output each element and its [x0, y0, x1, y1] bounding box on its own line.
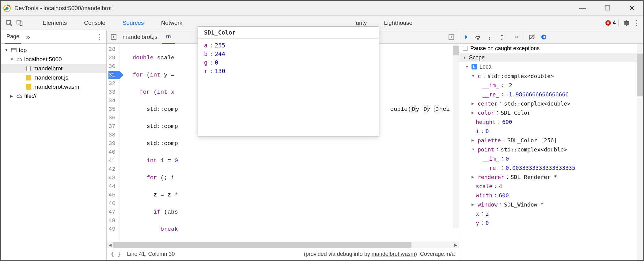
tab-network[interactable]: Network — [153, 16, 191, 30]
debug-info-link[interactable]: mandelbrot.wasm — [372, 251, 415, 257]
window-title: DevTools - localhost:5000/mandelbrot — [14, 5, 112, 12]
tree-file-label: mandelbrot.wasm — [33, 84, 79, 90]
var-color[interactable]: ▶color:SDL_Color — [459, 108, 643, 117]
tree-file-mandelbrot-js[interactable]: mandelbrot.js — [1, 73, 106, 82]
svg-point-11 — [501, 39, 502, 40]
var-c-re[interactable]: __re_:-1.9866666666666666 — [459, 90, 643, 99]
step-over-icon[interactable] — [475, 34, 482, 40]
var-palette[interactable]: ▶palette:SDL_Color [256] — [459, 136, 643, 145]
svg-point-9 — [477, 38, 479, 39]
inspect-element-icon[interactable] — [4, 18, 14, 28]
svg-point-14 — [541, 35, 546, 39]
tree-top[interactable]: ▼ top — [1, 46, 106, 55]
devtools-logo-icon — [3, 5, 11, 12]
scope-header-label: Scope — [469, 54, 485, 61]
var-center[interactable]: ▶center:std::complex<double> — [459, 99, 643, 108]
resume-icon[interactable] — [462, 34, 470, 40]
var-point-re[interactable]: __re_:0.0033333333333333335 — [459, 163, 643, 172]
svg-point-12 — [517, 36, 518, 38]
window-close-button[interactable]: ✕ — [629, 4, 635, 12]
tooltip-field: a:255 — [204, 41, 373, 50]
line-gutter[interactable]: 282930 31 32333435 36373839 40414243 444… — [107, 44, 119, 242]
tree-host[interactable]: ▼ localhost:5000 — [1, 55, 106, 64]
tree-top-label: top — [19, 47, 27, 54]
cursor-position: Line 41, Column 30 — [127, 251, 175, 257]
var-y[interactable]: y:0 — [459, 218, 643, 227]
error-count-badge[interactable]: ✕ 4 — [603, 19, 619, 27]
step-out-icon[interactable] — [499, 34, 506, 40]
debug-info-provided: (provided via debug info by mandelbrot.w… — [304, 251, 417, 257]
window-icon — [11, 48, 17, 52]
deactivate-breakpoints-icon[interactable] — [529, 34, 536, 40]
svg-rect-5 — [11, 48, 16, 52]
window-maximize-button[interactable]: ☐ — [604, 4, 611, 12]
file-icon — [25, 66, 32, 71]
var-c[interactable]: ▼c:std::complex<double> — [459, 71, 643, 80]
step-icon[interactable] — [511, 34, 519, 40]
svg-rect-7 — [111, 35, 116, 39]
editor-run-icon[interactable] — [449, 34, 456, 40]
wasm-file-icon — [25, 84, 32, 90]
scope-local[interactable]: ▼ L Local — [459, 62, 643, 71]
debugger-panel: Pause on caught exceptions ▼ Scope ▼ L L… — [459, 30, 643, 260]
expand-icon: ▼ — [10, 57, 14, 62]
var-renderer[interactable]: ▶renderer:SDL_Renderer * — [459, 172, 643, 181]
pause-caught-label: Pause on caught exceptions — [470, 45, 540, 52]
var-x[interactable]: x:2 — [459, 209, 643, 218]
cloud-icon — [16, 94, 22, 98]
checkbox-icon[interactable] — [463, 46, 468, 51]
editor-tab-active[interactable]: m — [162, 30, 175, 44]
collapse-icon: ▶ — [10, 94, 14, 98]
var-height[interactable]: height:600 — [459, 117, 643, 126]
tab-elements[interactable]: Elements — [34, 16, 75, 30]
device-toolbar-icon[interactable] — [14, 18, 25, 28]
error-icon: ✕ — [605, 20, 611, 26]
scope-local-label: Local — [479, 64, 493, 70]
var-scale[interactable]: scale:4 — [459, 181, 643, 191]
pause-caught-toggle[interactable]: Pause on caught exceptions — [459, 44, 643, 53]
step-into-icon[interactable] — [487, 34, 494, 40]
var-c-im[interactable]: __im_:-2 — [459, 80, 643, 90]
var-window[interactable]: ▶window:SDL_Window * — [459, 200, 643, 209]
format-code-icon[interactable]: { } — [111, 251, 121, 257]
tree-file-label: mandelbrot — [33, 65, 63, 72]
scope-header[interactable]: ▼ Scope — [459, 53, 643, 62]
settings-gear-icon[interactable] — [622, 19, 630, 27]
tree-file-scheme[interactable]: ▶ file:// — [1, 91, 106, 101]
debugger-scrollbar[interactable] — [637, 44, 643, 260]
editor-horizontal-scrollbar[interactable]: ◀ ▶ — [107, 242, 459, 248]
tooltip-field: r:130 — [204, 67, 373, 75]
file-tree: ▼ top ▼ localhost:5000 mandelbrot mandel… — [1, 44, 106, 103]
editor-statusbar: { } Line 41, Column 30 (provided via deb… — [107, 248, 459, 260]
var-point[interactable]: ▼point:std::complex<double> — [459, 145, 643, 154]
window-minimize-button[interactable]: — — [579, 4, 586, 12]
svg-rect-15 — [543, 36, 544, 38]
debug-toolbar — [459, 30, 643, 44]
tree-file-mandelbrot-wasm[interactable]: mandelbrot.wasm — [1, 82, 106, 91]
svg-point-10 — [489, 39, 490, 40]
var-i[interactable]: i:0 — [459, 126, 643, 136]
pause-exceptions-icon[interactable] — [541, 34, 548, 40]
editor-tab-file[interactable]: mandelbrot.js — [118, 30, 162, 44]
scroll-right-icon[interactable]: ▶ — [452, 242, 459, 248]
tree-file-label: mandelbrot.js — [33, 74, 68, 81]
var-point-im[interactable]: __im_:0 — [459, 154, 643, 163]
sidebar-menu-icon[interactable]: ⋮ — [96, 33, 103, 41]
sidebar-tab-page[interactable]: Page — [5, 30, 21, 44]
tab-sources[interactable]: Sources — [114, 16, 153, 30]
svg-rect-16 — [544, 36, 545, 38]
editor-nav-icon[interactable] — [109, 34, 118, 40]
var-width[interactable]: width:600 — [459, 191, 643, 200]
editor-vertical-scrollbar[interactable] — [453, 44, 459, 228]
tree-file-mandelbrot[interactable]: mandelbrot — [1, 64, 106, 73]
svg-rect-8 — [449, 35, 454, 39]
tree-host-label: localhost:5000 — [24, 56, 62, 63]
tab-lighthouse[interactable]: Lighthouse — [375, 16, 421, 30]
tab-console[interactable]: Console — [75, 16, 114, 30]
window-titlebar: DevTools - localhost:5000/mandelbrot — ☐… — [1, 1, 643, 16]
coverage-status: Coverage: n/a — [420, 251, 455, 257]
sources-sidebar: Page » ⋮ ▼ top ▼ localhost:5000 mandelbr… — [1, 30, 107, 260]
sidebar-more-tabs-icon[interactable]: » — [26, 33, 30, 41]
more-menu-icon[interactable]: ⋮ — [633, 19, 640, 27]
scroll-left-icon[interactable]: ◀ — [107, 242, 113, 248]
